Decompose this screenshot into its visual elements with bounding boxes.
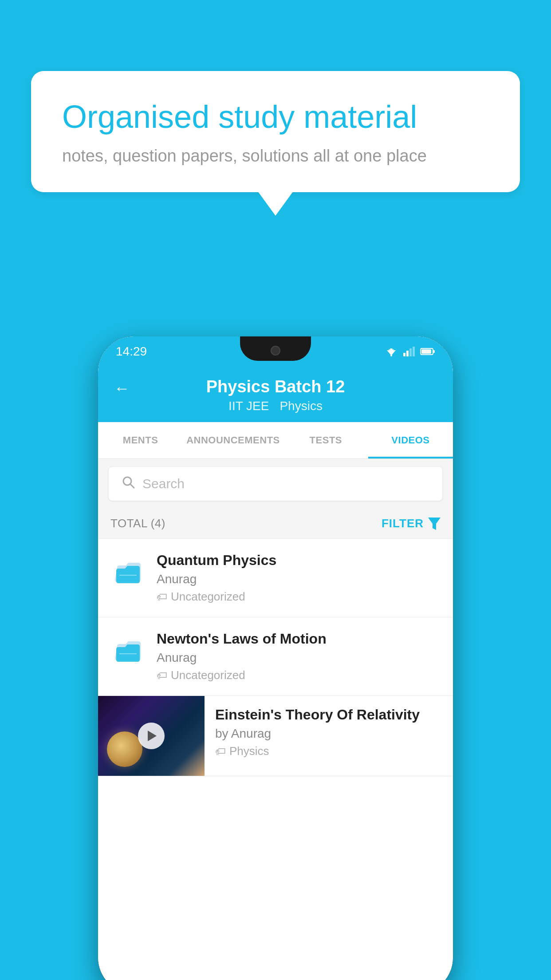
video-tag: 🏷 Physics — [215, 744, 442, 758]
filter-icon — [428, 518, 441, 530]
item-title: Quantum Physics — [157, 552, 441, 569]
tab-videos[interactable]: VIDEOS — [368, 422, 453, 458]
phone-frame: 14:29 — [98, 336, 453, 980]
filter-button[interactable]: FILTER — [382, 517, 441, 530]
folder-icon — [110, 631, 146, 671]
bubble-title: Organised study material — [62, 98, 489, 136]
phone-inner: 14:29 — [98, 336, 453, 980]
svg-marker-13 — [428, 518, 441, 530]
item-tag: 🏷 Uncategorized — [157, 668, 441, 682]
item-tag: 🏷 Uncategorized — [157, 590, 441, 604]
svg-rect-7 — [413, 347, 415, 356]
search-bar[interactable]: Search — [109, 467, 442, 501]
list-item[interactable]: Quantum Physics Anurag 🏷 Uncategorized — [98, 539, 453, 617]
battery-icon — [420, 347, 435, 356]
search-container: Search — [98, 459, 453, 509]
bubble-subtitle: notes, question papers, solutions all at… — [62, 146, 489, 166]
svg-rect-4 — [403, 353, 405, 356]
item-author: Anurag — [157, 572, 441, 586]
batch-title: Physics Batch 12 — [206, 377, 345, 396]
speech-bubble: Organised study material notes, question… — [31, 71, 520, 192]
folder-icon — [110, 552, 146, 592]
phone-screen: 14:29 — [98, 336, 453, 980]
video-author: by Anurag — [215, 727, 442, 741]
header-tags: IIT JEE Physics — [228, 399, 323, 413]
status-time: 14:29 — [116, 344, 147, 359]
status-icons — [385, 347, 435, 356]
header-tag-physics: Physics — [279, 399, 322, 413]
item-content: Newton's Laws of Motion Anurag 🏷 Uncateg… — [157, 631, 441, 682]
search-placeholder: Search — [142, 476, 185, 491]
play-button[interactable] — [138, 723, 165, 749]
search-icon — [121, 475, 135, 493]
video-title: Einstein's Theory Of Relativity — [215, 707, 442, 723]
content-list: Quantum Physics Anurag 🏷 Uncategorized — [98, 539, 453, 776]
tab-ments[interactable]: MENTS — [98, 422, 183, 458]
svg-point-3 — [390, 355, 392, 356]
item-content: Quantum Physics Anurag 🏷 Uncategorized — [157, 552, 441, 604]
svg-rect-10 — [421, 349, 431, 354]
svg-rect-9 — [433, 350, 435, 353]
status-bar: 14:29 — [98, 336, 453, 367]
app-header: ← Physics Batch 12 IIT JEE Physics — [98, 367, 453, 422]
video-thumbnail — [98, 696, 205, 776]
speech-bubble-wrapper: Organised study material notes, question… — [31, 71, 520, 216]
tab-announcements[interactable]: ANNOUNCEMENTS — [183, 422, 283, 458]
tab-tests[interactable]: TESTS — [283, 422, 368, 458]
total-count: TOTAL (4) — [110, 517, 165, 530]
item-title: Newton's Laws of Motion — [157, 631, 441, 647]
item-author: Anurag — [157, 651, 441, 665]
video-list-item[interactable]: Einstein's Theory Of Relativity by Anura… — [98, 696, 453, 776]
tag-icon: 🏷 — [157, 669, 167, 682]
svg-rect-5 — [406, 351, 409, 356]
wifi-icon — [385, 347, 398, 356]
filter-bar: TOTAL (4) FILTER — [98, 509, 453, 539]
tabs-bar: MENTS ANNOUNCEMENTS TESTS VIDEOS — [98, 422, 453, 459]
list-item[interactable]: Newton's Laws of Motion Anurag 🏷 Uncateg… — [98, 617, 453, 696]
back-button[interactable]: ← — [114, 379, 130, 398]
phone-notch — [240, 336, 311, 361]
planet-decoration — [107, 731, 142, 767]
video-content: Einstein's Theory Of Relativity by Anura… — [205, 696, 453, 769]
svg-line-12 — [130, 484, 134, 488]
header-tag-iitjee: IIT JEE — [228, 399, 269, 413]
speech-bubble-tail — [258, 191, 293, 216]
tag-icon: 🏷 — [157, 591, 167, 603]
signal-icon — [403, 347, 415, 356]
svg-rect-6 — [409, 348, 412, 356]
tag-icon: 🏷 — [215, 745, 226, 758]
camera-lens — [271, 346, 280, 356]
